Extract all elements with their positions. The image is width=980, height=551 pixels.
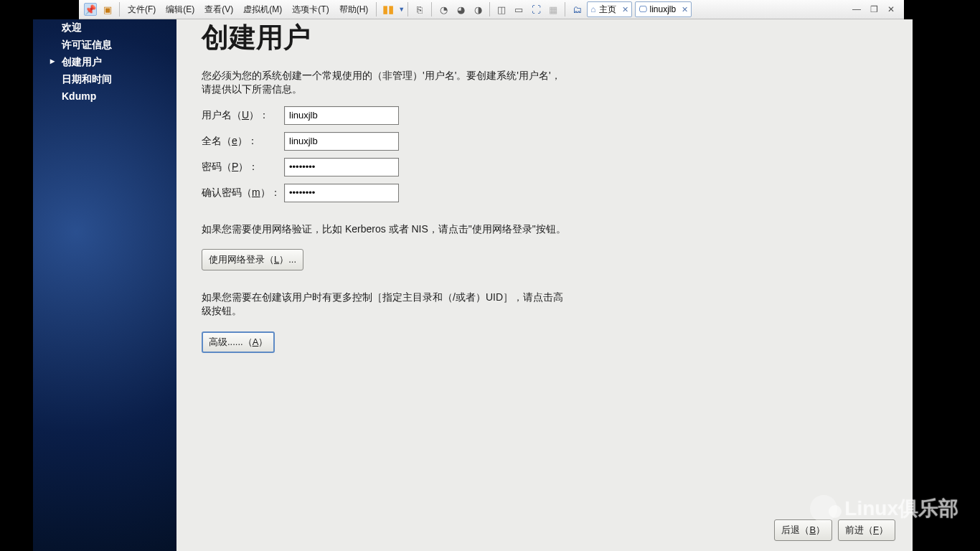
vm-icon: 🖵 xyxy=(639,4,647,14)
vm-display: 欢迎 许可证信息 创建用户 日期和时间 Kdump 创建用户 您必须为您的系统创… xyxy=(33,19,913,551)
back-button[interactable]: 后退（B） xyxy=(774,519,832,541)
pin-icon[interactable]: 📌 xyxy=(84,3,97,16)
password-label: 密码（P）： xyxy=(202,161,284,174)
snapshot-manage-icon[interactable]: ◑ xyxy=(471,3,484,16)
fullscreen-icon[interactable]: ⛶ xyxy=(529,3,542,16)
tab-vm[interactable]: 🖵 linuxjlb ✕ xyxy=(635,1,692,17)
tab-home-label: 主页 xyxy=(599,4,616,16)
snapshot-take-icon[interactable]: ◔ xyxy=(437,3,450,16)
vmware-icon[interactable]: ▣ xyxy=(101,3,114,16)
view-console-icon[interactable]: ▭ xyxy=(512,3,525,16)
view-split-icon[interactable]: ◫ xyxy=(495,3,508,16)
username-input[interactable] xyxy=(284,106,399,125)
sidebar-item-create-user[interactable]: 创建用户 xyxy=(33,54,176,71)
tab-vm-label: linuxjlb xyxy=(650,4,677,14)
fullname-input[interactable] xyxy=(284,132,399,151)
password-input[interactable] xyxy=(284,158,399,176)
sidebar-item-welcome[interactable]: 欢迎 xyxy=(33,19,176,37)
snapshot-revert-icon[interactable]: ◕ xyxy=(454,3,467,16)
close-icon[interactable]: ✕ xyxy=(682,5,688,14)
host-toolbar: 📌 ▣ 文件(F) 编辑(E) 查看(V) 虚拟机(M) 选项卡(T) 帮助(H… xyxy=(79,0,904,19)
dropdown-icon[interactable]: ▼ xyxy=(398,6,405,13)
sidebar-item-kdump[interactable]: Kdump xyxy=(33,88,176,104)
network-login-button[interactable]: 使用网络登录（L）... xyxy=(202,249,303,270)
advanced-description: 如果您需要在创建该用户时有更多控制［指定主目录和（/或者）UID］，请点击高级按… xyxy=(202,291,567,318)
home-icon: ⌂ xyxy=(590,4,595,14)
confirm-password-input[interactable] xyxy=(284,184,399,202)
forward-button[interactable]: 前进（F） xyxy=(838,519,895,541)
username-label: 用户名（U）： xyxy=(202,109,284,122)
minimize-button[interactable]: — xyxy=(851,4,862,14)
sidebar-item-datetime[interactable]: 日期和时间 xyxy=(33,71,176,88)
close-button[interactable]: ✕ xyxy=(885,4,897,14)
page-title: 创建用户 xyxy=(202,19,913,56)
page-description: 您必须为您的系统创建一个常规使用的（非管理）'用户名'。要创建系统'用户名'，请… xyxy=(202,69,567,96)
maximize-button[interactable]: ❐ xyxy=(868,4,880,14)
menu-view[interactable]: 查看(V) xyxy=(199,0,238,19)
tab-home[interactable]: ⌂ 主页 ✕ xyxy=(587,1,631,17)
sidebar-item-license[interactable]: 许可证信息 xyxy=(33,37,176,54)
library-icon[interactable]: 🗂 xyxy=(570,3,583,16)
advanced-button[interactable]: 高级......（A） xyxy=(202,331,275,353)
menu-vm[interactable]: 虚拟机(M) xyxy=(238,0,287,19)
network-login-description: 如果您需要使用网络验证，比如 Kerberos 或者 NIS，请点击"使用网络登… xyxy=(202,222,567,236)
menu-file[interactable]: 文件(F) xyxy=(123,0,161,19)
setup-sidebar: 欢迎 许可证信息 创建用户 日期和时间 Kdump xyxy=(33,19,176,551)
menu-tabs[interactable]: 选项卡(T) xyxy=(287,0,334,19)
content-pane: 创建用户 您必须为您的系统创建一个常规使用的（非管理）'用户名'。要创建系统'用… xyxy=(176,19,913,551)
unity-icon[interactable]: ▦ xyxy=(547,3,560,16)
menu-edit[interactable]: 编辑(E) xyxy=(161,0,199,19)
confirm-password-label: 确认密码（m）： xyxy=(202,187,284,199)
send-ctrl-alt-del-icon[interactable]: ⎘ xyxy=(413,3,426,16)
fullname-label: 全名（e）： xyxy=(202,135,284,148)
menu-help[interactable]: 帮助(H) xyxy=(334,0,374,19)
pause-icon[interactable]: ▮▮ xyxy=(382,3,395,16)
close-icon[interactable]: ✕ xyxy=(622,5,628,14)
